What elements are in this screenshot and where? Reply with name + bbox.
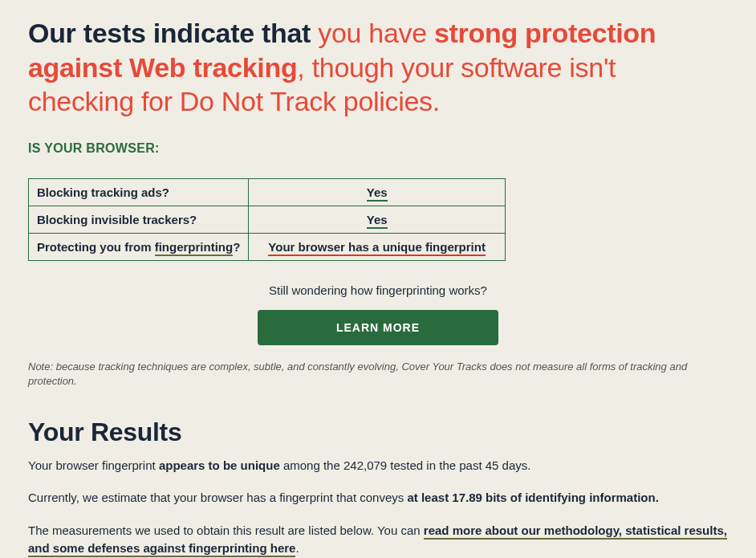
answer-cell: Your browser has a unique fingerprint [249,233,506,260]
headline-lead: Our tests indicate that [28,18,318,48]
results-paragraph-1: Your browser fingerprint appears to be u… [28,457,728,475]
answer-yes: Yes [367,213,388,229]
learn-more-button[interactable]: LEARN MORE [258,310,498,345]
wondering-text: Still wondering how fingerprinting works… [28,283,728,297]
results-table: Blocking tracking ads? Yes Blocking invi… [28,178,506,261]
your-results-heading: Your Results [28,417,728,447]
table-row: Blocking tracking ads? Yes [29,178,506,206]
bits-of-info: at least 17.89 bits of identifying infor… [407,491,658,504]
answer-yes: Yes [367,185,388,202]
results-paragraph-2: Currently, we estimate that your browser… [28,489,728,507]
learn-more-block: Still wondering how fingerprinting works… [28,283,728,345]
answer-cell: Yes [249,206,506,233]
question-cell: Blocking invisible trackers? [29,206,249,233]
question-cell: Protecting you from fingerprinting? [29,233,249,260]
note-text: Note: because tracking techniques are co… [28,360,728,389]
subhead-is-your-browser: IS YOUR BROWSER: [28,141,728,156]
table-row: Protecting you from fingerprinting? Your… [29,233,506,260]
headline: Our tests indicate that you have strong … [28,16,728,119]
question-cell: Blocking tracking ads? [29,178,249,206]
answer-unique-fingerprint: Your browser has a unique fingerprint [268,240,486,256]
results-paragraph-3: The measurements we used to obtain this … [28,522,728,558]
headline-mid: you have [318,18,434,48]
answer-cell: Yes [249,178,506,206]
fingerprinting-link[interactable]: fingerprinting [155,240,234,256]
appears-unique: appears to be unique [159,458,280,472]
table-row: Blocking invisible trackers? Yes [29,206,506,233]
